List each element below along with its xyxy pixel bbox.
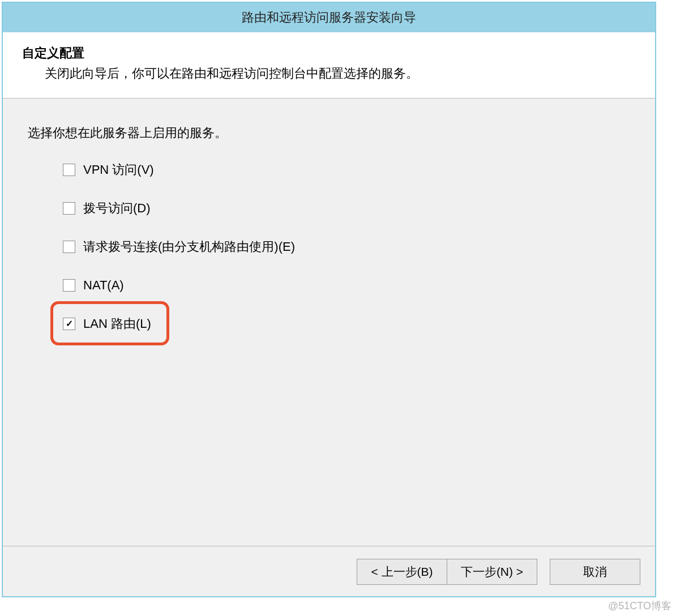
option-vpn-access[interactable]: VPN 访问(V) (63, 161, 630, 179)
option-dialup-access[interactable]: 拨号访问(D) (63, 199, 630, 217)
option-nat[interactable]: NAT(A) (63, 276, 630, 294)
option-label: NAT(A) (83, 278, 124, 293)
checkbox-icon[interactable] (63, 279, 75, 292)
option-label: LAN 路由(L) (83, 315, 151, 332)
instruction-text: 选择你想在此服务器上启用的服务。 (28, 125, 630, 142)
wizard-window: 路由和远程访问服务器安装向导 自定义配置 关闭此向导后，你可以在路由和远程访问控… (2, 2, 656, 597)
next-button[interactable]: 下一步(N) > (447, 559, 537, 585)
watermark-text: @51CTO博客 (608, 599, 671, 613)
option-label: VPN 访问(V) (83, 161, 154, 178)
option-lan-routing[interactable]: LAN 路由(L) (63, 315, 630, 333)
checkbox-icon[interactable] (63, 164, 75, 176)
back-button[interactable]: < 上一步(B) (357, 559, 447, 585)
window-title: 路由和远程访问服务器安装向导 (242, 9, 416, 26)
option-demand-dial[interactable]: 请求拨号连接(由分支机构路由使用)(E) (63, 238, 630, 256)
checkbox-icon[interactable] (63, 241, 75, 253)
page-description: 关闭此向导后，你可以在路由和远程访问控制台中配置选择的服务。 (22, 65, 636, 82)
options-group: VPN 访问(V) 拨号访问(D) 请求拨号连接(由分支机构路由使用)(E) N… (28, 159, 630, 333)
cancel-button[interactable]: 取消 (550, 559, 640, 585)
checkbox-icon[interactable] (63, 202, 75, 215)
option-label: 请求拨号连接(由分支机构路由使用)(E) (83, 238, 295, 255)
checkbox-icon[interactable] (63, 318, 75, 330)
wizard-footer: < 上一步(B) 下一步(N) > 取消 (3, 546, 655, 596)
wizard-body: 选择你想在此服务器上启用的服务。 VPN 访问(V) 拨号访问(D) 请求拨号连… (3, 99, 655, 546)
titlebar: 路由和远程访问服务器安装向导 (3, 3, 655, 32)
wizard-header: 自定义配置 关闭此向导后，你可以在路由和远程访问控制台中配置选择的服务。 (3, 32, 655, 99)
option-label: 拨号访问(D) (83, 200, 151, 217)
page-title: 自定义配置 (22, 45, 636, 62)
